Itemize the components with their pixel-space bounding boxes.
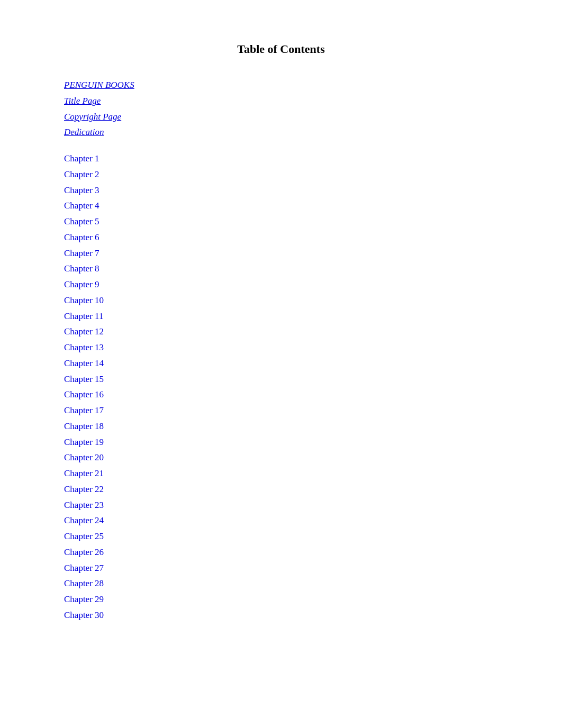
chapter-link-20[interactable]: Chapter 20 [64, 450, 498, 466]
chapter-link-23[interactable]: Chapter 23 [64, 497, 498, 513]
chapter-link-4[interactable]: Chapter 4 [64, 198, 498, 214]
chapter-link-24[interactable]: Chapter 24 [64, 513, 498, 529]
chapter-link-29[interactable]: Chapter 29 [64, 592, 498, 607]
front-matter-link-1[interactable]: Title Page [64, 93, 498, 109]
chapter-link-7[interactable]: Chapter 7 [64, 245, 498, 261]
chapter-link-8[interactable]: Chapter 8 [64, 261, 498, 277]
chapter-link-16[interactable]: Chapter 16 [64, 387, 498, 403]
chapter-link-19[interactable]: Chapter 19 [64, 434, 498, 450]
chapter-link-22[interactable]: Chapter 22 [64, 481, 498, 497]
chapter-link-6[interactable]: Chapter 6 [64, 230, 498, 245]
chapter-link-10[interactable]: Chapter 10 [64, 293, 498, 308]
front-matter-link-0[interactable]: PENGUIN BOOKS [64, 77, 498, 93]
front-matter-section: PENGUIN BOOKSTitle PageCopyright PageDed… [64, 77, 498, 140]
front-matter-link-2[interactable]: Copyright Page [64, 109, 498, 125]
front-matter-link-3[interactable]: Dedication [64, 124, 498, 140]
chapter-link-14[interactable]: Chapter 14 [64, 356, 498, 371]
chapter-link-15[interactable]: Chapter 15 [64, 371, 498, 387]
chapter-link-12[interactable]: Chapter 12 [64, 324, 498, 340]
chapter-link-27[interactable]: Chapter 27 [64, 560, 498, 576]
chapter-link-17[interactable]: Chapter 17 [64, 403, 498, 418]
chapter-link-9[interactable]: Chapter 9 [64, 277, 498, 293]
chapter-link-2[interactable]: Chapter 2 [64, 167, 498, 183]
chapter-link-21[interactable]: Chapter 21 [64, 466, 498, 481]
toc-title: Table of Contents [64, 42, 498, 56]
chapter-link-25[interactable]: Chapter 25 [64, 529, 498, 544]
chapters-section: Chapter 1Chapter 2Chapter 3Chapter 4Chap… [64, 151, 498, 623]
chapter-link-13[interactable]: Chapter 13 [64, 340, 498, 356]
chapter-link-30[interactable]: Chapter 30 [64, 607, 498, 623]
chapter-link-18[interactable]: Chapter 18 [64, 418, 498, 434]
chapter-link-11[interactable]: Chapter 11 [64, 308, 498, 324]
chapter-link-3[interactable]: Chapter 3 [64, 183, 498, 198]
chapter-link-5[interactable]: Chapter 5 [64, 214, 498, 230]
page-container: Table of Contents PENGUIN BOOKSTitle Pag… [43, 42, 519, 623]
chapter-link-28[interactable]: Chapter 28 [64, 576, 498, 592]
chapter-link-1[interactable]: Chapter 1 [64, 151, 498, 167]
chapter-link-26[interactable]: Chapter 26 [64, 544, 498, 560]
